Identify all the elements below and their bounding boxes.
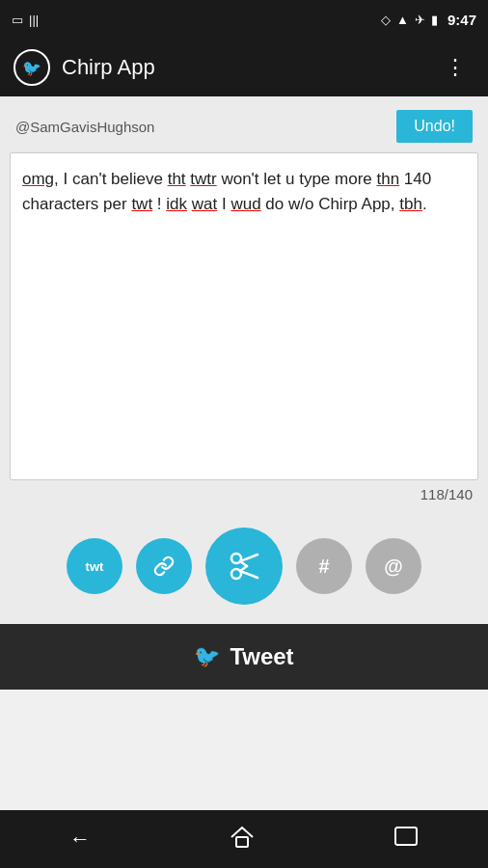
scissors-icon [227, 549, 261, 583]
char-count-row: 118/140 [0, 480, 488, 510]
tweet-button-bar[interactable]: 🐦 Tweet [0, 624, 488, 690]
word-idk: idk [166, 195, 187, 213]
status-left-icons: ▭ ||| [12, 13, 375, 27]
link-button[interactable] [136, 538, 192, 594]
status-time: 9:47 [447, 12, 476, 28]
word-tht: tht [168, 170, 186, 188]
home-icon [230, 824, 255, 849]
twt-button-label: twt [86, 559, 104, 574]
word-tbh: tbh [399, 195, 422, 213]
svg-line-2 [240, 555, 258, 561]
recent-apps-button[interactable] [393, 826, 419, 853]
nav-bar: ← [0, 810, 488, 868]
wifi-icon: ▲ [396, 13, 409, 27]
link-icon [153, 556, 175, 577]
recent-apps-icon [393, 826, 419, 847]
hashtag-icon: # [318, 556, 329, 578]
word-twt: twt [131, 195, 152, 213]
airplane-icon: ✈ [415, 13, 425, 27]
action-buttons-row: twt # [0, 510, 488, 624]
bird-icon: 🐦 [22, 59, 41, 77]
word-thn: thn [376, 170, 399, 188]
at-button[interactable]: @ [366, 538, 421, 594]
status-bar: ▭ ||| ◇ ▲ ✈ ▮ 9:47 [0, 0, 488, 39]
twt-button[interactable]: twt [67, 538, 122, 594]
tweet-bird-icon: 🐦 [194, 644, 220, 669]
word-twtr: twtr [190, 170, 216, 188]
svg-line-3 [240, 571, 258, 578]
main-content: @SamGavisHughson Undo! omg, I can't beli… [0, 96, 488, 690]
undo-button[interactable]: Undo! [396, 110, 473, 143]
app-icon: 🐦 [14, 49, 50, 86]
bars-icon: ||| [29, 13, 39, 27]
tweet-button-label: Tweet [230, 643, 293, 670]
username-label: @SamGavisHughson [15, 119, 154, 135]
svg-line-5 [240, 566, 247, 571]
app-bar: 🐦 Chirp App ⋮ [0, 39, 488, 96]
at-icon: @ [384, 556, 403, 578]
tweet-text-area[interactable]: omg, I can't believe tht twtr won't let … [22, 167, 466, 456]
screen-icon: ▭ [12, 13, 23, 27]
home-button[interactable] [230, 824, 255, 854]
diamond-icon: ◇ [381, 13, 391, 27]
char-count-display: 118/140 [420, 486, 473, 502]
battery-icon: ▮ [431, 13, 438, 27]
username-row: @SamGavisHughson Undo! [0, 96, 488, 152]
hashtag-button[interactable]: # [296, 538, 352, 594]
word-wat: wat [192, 195, 217, 213]
overflow-menu-button[interactable]: ⋮ [437, 51, 474, 84]
svg-rect-6 [236, 837, 248, 847]
word-omg: omg [22, 170, 54, 188]
word-wud: wud [230, 195, 260, 213]
app-title: Chirp App [62, 55, 437, 80]
svg-rect-7 [395, 827, 417, 845]
tweet-area-container: omg, I can't believe tht twtr won't let … [10, 152, 478, 480]
scissors-button[interactable] [205, 528, 283, 605]
back-button[interactable]: ← [69, 827, 91, 852]
